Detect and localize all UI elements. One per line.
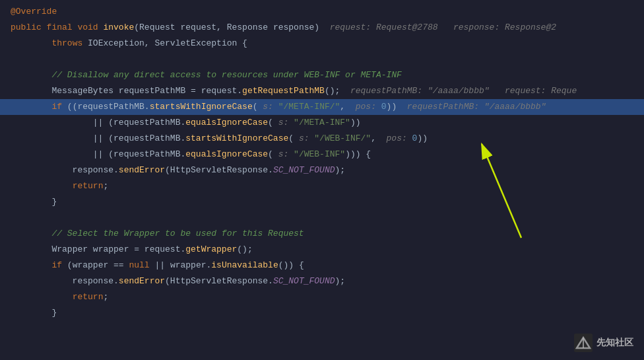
code-line-8: || (requestPathMB.equalsIgnoreCase( s: "… bbox=[0, 115, 644, 131]
code-line-3: throws IOException, ServletException { bbox=[0, 36, 644, 52]
code-line-15: // Select the Wrapper to be used for thi… bbox=[0, 226, 644, 242]
code-line-20: } bbox=[0, 305, 644, 321]
code-line-14 bbox=[0, 210, 644, 226]
code-line-5: // Disallow any direct access to resourc… bbox=[0, 67, 644, 83]
code-line-4 bbox=[0, 52, 644, 67]
keyword-final: final bbox=[47, 20, 78, 35]
watermark-icon bbox=[574, 334, 593, 352]
code-editor: @Override public final void invoke(Reque… bbox=[0, 0, 644, 360]
code-line-19: return; bbox=[0, 289, 644, 305]
code-line-13: } bbox=[0, 194, 644, 210]
code-line-9: || (requestPathMB.startsWithIgnoreCase( … bbox=[0, 131, 644, 147]
code-line-7: if ((requestPathMB.startsWithIgnoreCase(… bbox=[0, 99, 644, 115]
code-line-10: || (requestPathMB.equalsIgnoreCase( s: "… bbox=[0, 147, 644, 162]
code-line-1: @Override bbox=[0, 4, 644, 20]
code-line-16: Wrapper wrapper = request.getWrapper(); bbox=[0, 242, 644, 258]
code-line-6: MessageBytes requestPathMB = request.get… bbox=[0, 83, 644, 99]
code-line-11: response.sendError(HttpServletResponse.S… bbox=[0, 162, 644, 178]
keyword-void: void bbox=[77, 20, 103, 35]
code-line-18: response.sendError(HttpServletResponse.S… bbox=[0, 273, 644, 289]
code-line-12: return; bbox=[0, 178, 644, 194]
code-line-17: if (wrapper == null || wrapper.isUnavail… bbox=[0, 258, 644, 273]
watermark: 先知社区 bbox=[574, 334, 633, 352]
method-invoke: invoke bbox=[103, 20, 134, 35]
annotation: @Override bbox=[11, 5, 57, 19]
keyword-public: public bbox=[11, 20, 47, 35]
watermark-label: 先知社区 bbox=[596, 337, 633, 349]
code-line-2: public final void invoke(Request request… bbox=[0, 20, 644, 36]
